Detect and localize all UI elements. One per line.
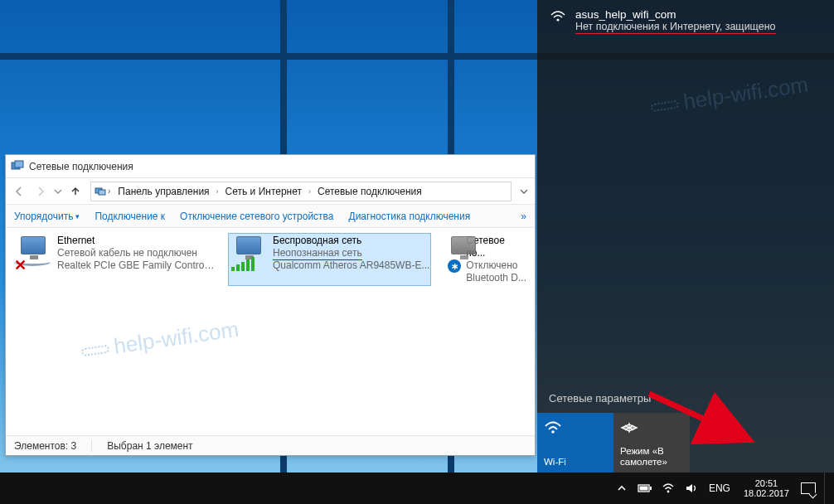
conn-status: Сетевой кабель не подключен xyxy=(57,247,215,259)
current-network-item[interactable]: asus_help_wifi_com Нет подключения к Инт… xyxy=(537,0,834,37)
wifi-icon xyxy=(230,235,266,271)
crumb-network-internet[interactable]: Сеть и Интернет xyxy=(222,186,305,197)
address-bar: › Панель управления › Сеть и Интернет › … xyxy=(6,178,535,205)
breadcrumb-dropdown-icon[interactable] xyxy=(516,187,531,196)
status-item-count: Элементов: 3 xyxy=(14,440,76,452)
watermark: help-wifi.com xyxy=(649,72,810,119)
connection-wireless[interactable]: Беспроводная сеть Неопознанная сеть Qual… xyxy=(228,233,431,286)
network-flyout: asus_help_wifi_com Нет подключения к Инт… xyxy=(537,0,834,472)
watermark: help-wifi.com xyxy=(80,317,240,364)
airplane-icon xyxy=(620,418,683,438)
svg-rect-9 xyxy=(639,487,647,491)
show-desktop-button[interactable] xyxy=(824,472,829,504)
desktop-wallpaper: Сетевые подключения › Панель управления … xyxy=(0,0,834,472)
svg-point-4 xyxy=(556,18,559,21)
language-indicator[interactable]: ENG xyxy=(707,482,732,494)
action-center-icon[interactable] xyxy=(801,481,816,496)
crumb-chevron-icon: › xyxy=(215,187,221,196)
nav-recent-icon[interactable] xyxy=(52,187,64,196)
bluetooth-network-icon: ∗ xyxy=(444,235,459,271)
svg-rect-8 xyxy=(650,487,652,490)
clock-date: 18.02.2017 xyxy=(744,488,789,498)
conn-name: Беспроводная сеть xyxy=(273,235,429,247)
ethernet-icon: ✕ xyxy=(14,235,51,271)
battery-icon[interactable] xyxy=(638,481,652,496)
tile-label: Режим «В самолете» xyxy=(620,446,683,468)
quick-tiles: Wi-Fi Режим «В самолете» xyxy=(537,413,690,472)
svg-rect-3 xyxy=(99,190,105,195)
breadcrumb[interactable]: › Панель управления › Сеть и Интернет › … xyxy=(90,182,512,201)
connection-bluetooth[interactable]: ∗ Сетевое по... Отключено Bluetooth D... xyxy=(443,233,528,286)
svg-point-10 xyxy=(667,491,670,493)
crumb-chevron-icon: › xyxy=(307,187,313,196)
toolbar-diagnose[interactable]: Диагностика подключения xyxy=(349,211,471,222)
crumb-control-panel[interactable]: Панель управления xyxy=(114,186,212,197)
conn-status: Отключено xyxy=(466,259,526,272)
content-area[interactable]: ✕ Ethernet Сетевой кабель не подключен R… xyxy=(6,228,535,435)
tile-wifi[interactable]: Wi-Fi xyxy=(537,413,613,472)
status-selected: Выбран 1 элемент xyxy=(107,440,192,452)
crumb-network-connections[interactable]: Сетевые подключения xyxy=(314,186,425,197)
nav-forward-button[interactable] xyxy=(31,182,51,201)
conn-device: Bluetooth D... xyxy=(466,272,526,284)
tray-overflow-icon[interactable] xyxy=(614,481,629,496)
conn-status: Неопознанная сеть xyxy=(273,247,429,259)
toolbar-connect-to[interactable]: Подключение к xyxy=(95,211,165,222)
svg-point-5 xyxy=(551,430,555,434)
tile-airplane-mode[interactable]: Режим «В самолете» xyxy=(613,413,690,472)
nav-up-button[interactable] xyxy=(65,182,85,201)
window-title: Сетевые подключения xyxy=(29,161,133,172)
tile-label: Wi-Fi xyxy=(544,457,607,468)
taskbar[interactable]: ENG 20:51 18.02.2017 xyxy=(0,472,834,504)
wifi-icon xyxy=(549,8,567,32)
status-bar: Элементов: 3 Выбран 1 элемент xyxy=(6,435,535,455)
nav-back-button[interactable] xyxy=(9,182,29,201)
network-ssid: asus_help_wifi_com xyxy=(575,8,776,21)
clock-time: 20:51 xyxy=(744,478,789,488)
crumb-chevron-icon[interactable]: › xyxy=(108,187,113,196)
conn-device: Qualcomm Atheros AR9485WB-E... xyxy=(273,259,429,272)
wifi-tray-icon[interactable] xyxy=(661,481,676,496)
command-bar: Упорядочить▾ Подключение к Отключение се… xyxy=(6,205,535,228)
svg-rect-1 xyxy=(15,161,23,167)
network-settings-link[interactable]: Сетевые параметры xyxy=(549,392,651,405)
wifi-icon xyxy=(544,418,607,438)
conn-device: Realtek PCIe GBE Family Controller xyxy=(57,259,215,272)
breadcrumb-root-icon[interactable] xyxy=(95,186,106,197)
toolbar-organize[interactable]: Упорядочить▾ xyxy=(14,211,80,222)
volume-icon[interactable] xyxy=(684,481,699,496)
network-status: Нет подключения к Интернету, защищено xyxy=(575,21,776,32)
clock[interactable]: 20:51 18.02.2017 xyxy=(740,478,793,498)
toolbar-overflow-icon[interactable]: » xyxy=(521,211,526,222)
titlebar[interactable]: Сетевые подключения xyxy=(6,155,535,178)
conn-name: Ethernet xyxy=(57,235,215,247)
connection-ethernet[interactable]: ✕ Ethernet Сетевой кабель не подключен R… xyxy=(12,233,216,286)
network-connections-window: Сетевые подключения › Панель управления … xyxy=(5,154,536,456)
network-connections-icon xyxy=(11,160,24,173)
toolbar-disable-device[interactable]: Отключение сетевого устройства xyxy=(180,211,333,222)
